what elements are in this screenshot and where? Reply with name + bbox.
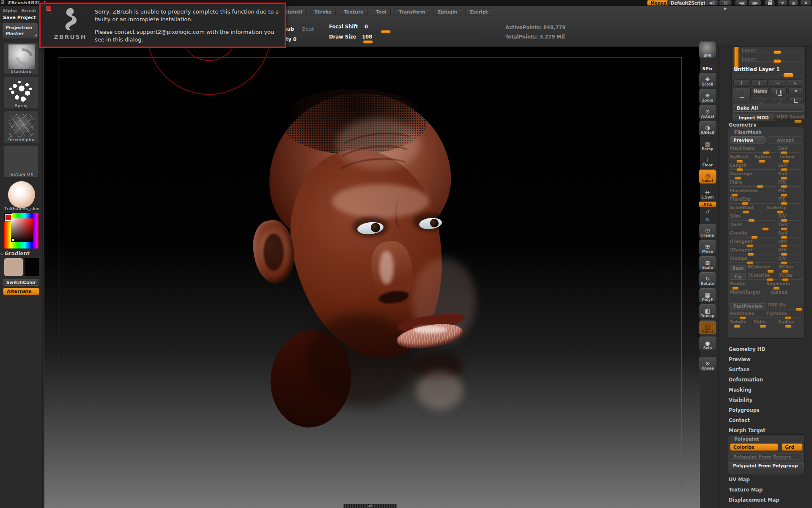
color-picker[interactable] [4,213,38,248]
fibermesh-control[interactable]: ScaleTip [766,205,802,214]
rotate-z-icon[interactable]: ↻ [699,216,716,223]
secondary-color-swatch[interactable] [24,258,39,276]
fibermesh-control[interactable]: ByArea [754,155,778,163]
palette-section-header[interactable]: Surface [729,367,750,373]
bpr-render-button[interactable]: BPR [699,41,716,58]
invert-layer-button[interactable] [788,96,804,102]
next-document-icon[interactable]: ▣▶ [749,0,761,6]
polyframe-button[interactable]: ▦ PolyF [699,288,716,303]
palette-tab[interactable]: Alpha [3,8,17,13]
tool-thumbnail[interactable]: Standard [4,42,38,75]
delete-layer-button[interactable]: × [788,88,804,94]
fibermesh-control[interactable]: HTangent [730,239,776,248]
fibermesh-header[interactable]: FiberMesh [734,130,762,135]
fibermesh-control[interactable]: MaxFibers [730,146,776,155]
fibermesh-control[interactable]: Profile [730,282,765,290]
layer-arrow-button[interactable]: ↪ [769,79,785,87]
layer-arrow-button[interactable]: ↑ [733,79,750,87]
main-color-swatch[interactable] [4,258,23,276]
fibermesh-control[interactable]: FlareCenter [730,188,776,197]
palette-section-header[interactable]: Morph Target [729,428,765,433]
spix-slider[interactable]: SPix [699,60,716,71]
palette-tab[interactable]: Brush [22,8,36,13]
mdd-speed-slider[interactable]: MDD Speed [776,115,804,119]
split-layer-button[interactable] [752,96,769,102]
new-layer-button[interactable] [733,88,751,102]
tool-thumbnail[interactable]: TriShaders_skin [4,179,38,212]
menu-item[interactable]: Zplugin [433,8,461,16]
actual-size-button[interactable]: ⊙ Actual [699,105,716,119]
tray-expand-right-icon[interactable]: ||||▶ [719,0,732,6]
fibermesh-control[interactable]: CoV [778,171,802,180]
transparency-button[interactable]: ◧ Transp [699,304,716,319]
floor-grid-button[interactable]: ⊥ Floor [699,153,716,168]
save-project-label[interactable]: Save Project [3,15,36,20]
palette-section-header[interactable]: Deformation [729,377,763,383]
polypaint-header[interactable]: Polypaint [734,436,759,442]
fibermesh-preview-button[interactable]: Preview [730,136,765,144]
fibermesh-control[interactable]: VtV [778,248,802,256]
lsym-button[interactable]: ↔ L.Sym [699,190,716,200]
fibermesh-control[interactable]: Slim [730,214,776,222]
active-layer-name[interactable]: Untitled Layer 1 [734,66,780,72]
restore-button[interactable]: ▣ [788,0,798,6]
fibermesh-control[interactable]: Gravity [730,231,776,239]
minimize-button[interactable]: ▼ [777,0,787,6]
palette-section-header[interactable]: Polygroups [729,407,760,413]
fibermesh-control[interactable]: Length [730,163,776,171]
aahalf-button[interactable]: ◑ AAHalf [699,121,716,135]
sculpt-head-model[interactable] [230,93,501,432]
menu-item[interactable]: Zscript [465,8,492,16]
fibermesh-control[interactable]: SlV [778,214,802,222]
fibermesh-control[interactable]: BColorize [748,265,777,273]
projection-master-button[interactable]: Projection Master ◢ [2,23,38,39]
z-intensity-partial[interactable]: ity 0 [284,36,296,42]
mdd-speed-handle[interactable] [794,120,802,123]
fibermesh-control[interactable]: TCVar [779,273,804,282]
layer-arrow-button[interactable]: ↓ [751,79,768,87]
fibermesh-control[interactable]: FlV [778,180,802,188]
fibermesh-control[interactable]: Segments [766,282,802,290]
fibermesh-control[interactable]: VTangent [730,248,776,256]
polypaint-from-texture-button[interactable]: Polypaint From Texture [730,453,803,460]
fibermesh-control[interactable]: HtV [778,239,802,248]
close-button[interactable]: × [800,0,811,6]
duplicate-layer-button[interactable] [771,88,787,94]
scroll-tool-button[interactable]: ✥ Scroll [699,73,716,87]
polypaint-from-polygroup-button[interactable]: Polypaint From Polygroup [730,462,804,469]
fibermesh-control[interactable]: ByMask [730,155,753,163]
tool-thumbnail[interactable]: Spray [4,77,38,109]
gradient-label[interactable]: Gradient [5,251,30,257]
frame-button[interactable]: ⊡ Frame [699,224,716,238]
prev-document-icon[interactable]: ◀▣ [735,0,748,6]
fibermesh-accept-button[interactable]: Accept [768,136,803,144]
ghost-button[interactable]: ▨ Ghost [699,320,716,335]
colorize-button[interactable]: Colorize [730,443,778,451]
fibermesh-control[interactable]: TColorize [748,273,777,282]
rename-layer-button[interactable]: Name [752,88,769,94]
layer-arrow-button[interactable]: ↳ [787,79,803,87]
palette-section-header[interactable]: Texture Map [729,487,763,493]
fibermesh-control[interactable]: Base [730,265,746,271]
tool-thumbnail[interactable]: BrushAlpha [4,111,38,143]
draw-size-handle[interactable] [363,40,373,44]
grd-button[interactable]: Grd [782,443,803,451]
fibermesh-control[interactable]: ClV [778,256,802,265]
fibermesh-control[interactable]: Twist [730,222,776,231]
fibermesh-control[interactable]: PRE Vis [768,303,801,311]
fibermesh-control[interactable]: FlC [778,188,802,197]
fibermesh-control[interactable]: DeV [778,146,802,155]
menu-item[interactable]: Texture [340,8,368,16]
palette-section-header[interactable]: Displacement Map [729,497,779,503]
alternate-button[interactable]: Alternate [3,288,39,295]
fibermesh-control[interactable]: Tip [730,273,746,280]
xpose-button[interactable]: ⊗ Xpose [699,357,716,371]
rotate-button[interactable]: ↻ Rotate [699,272,716,287]
xyz-axis-button[interactable]: XYZ [699,202,716,207]
layer-row[interactable]: Layer [742,54,803,63]
fibermesh-control[interactable]: Subdiv [730,320,752,328]
fibermesh-control[interactable]: FlareExp [730,197,776,205]
fibermesh-control[interactable]: Radius [778,320,803,328]
menu-item[interactable]: Stroke [310,8,336,16]
palette-section-header[interactable]: Geometry HD [729,346,765,352]
